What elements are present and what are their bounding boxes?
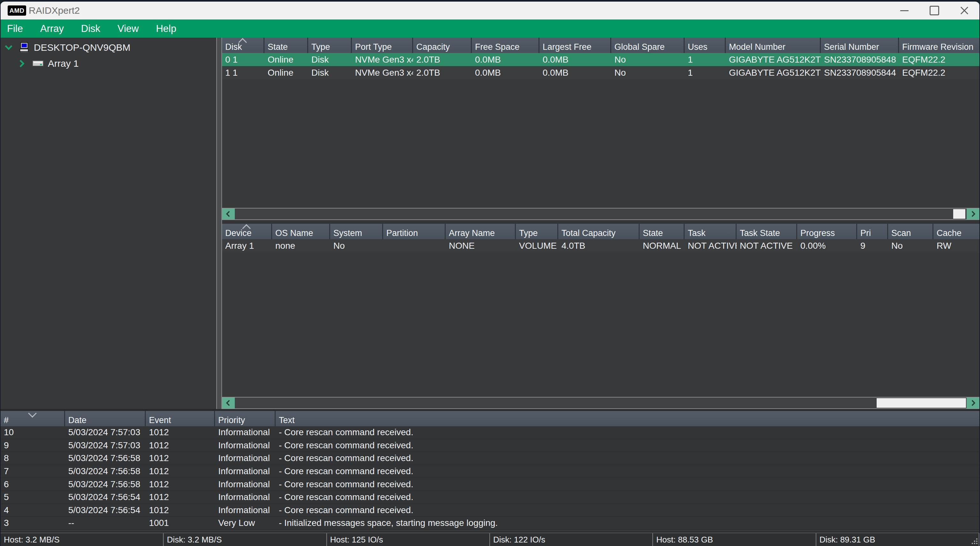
event-cell-event: 1001 — [146, 517, 215, 529]
disk-column-header-uses[interactable]: Uses — [685, 38, 726, 53]
event-cell-date: 5/03/2024 7:56:58 — [65, 478, 146, 490]
disk-column-header-state[interactable]: State — [264, 38, 308, 53]
menu-item-file[interactable]: File — [1, 19, 32, 38]
array-column-header-device[interactable]: Device — [222, 224, 272, 239]
tree-item-host[interactable]: DESKTOP-QNV9QBM — [1, 40, 216, 56]
event-column-header-num[interactable]: # — [1, 411, 65, 426]
column-label: Priority — [218, 415, 245, 425]
panel-splitter[interactable] — [216, 38, 222, 409]
event-table-row[interactable]: 85/03/2024 7:56:581012Informational- Cor… — [1, 452, 979, 465]
disk-column-header-firmware-revision[interactable]: Firmware Revision — [899, 38, 979, 53]
event-table-row[interactable]: 95/03/2024 7:57:031012Informational- Cor… — [1, 439, 979, 452]
disk-column-header-global-spare[interactable]: Global Spare — [611, 38, 685, 53]
column-label: Pri — [861, 228, 871, 238]
scroll-right-button[interactable] — [967, 398, 979, 409]
event-column-header-priority[interactable]: Priority — [215, 411, 275, 426]
disk-table-hscrollbar[interactable] — [222, 208, 979, 220]
chevron-right-icon — [969, 210, 977, 218]
chevron-right-icon — [969, 399, 977, 407]
event-cell-text: - Core rescan command received. — [275, 478, 979, 490]
minimize-button[interactable] — [889, 2, 920, 19]
event-cell-num: 9 — [1, 439, 65, 452]
disk-column-header-type[interactable]: Type — [308, 38, 352, 53]
array-column-header-os-name[interactable]: OS Name — [272, 224, 330, 239]
array-column-header-array-name[interactable]: Array Name — [445, 224, 516, 239]
scroll-right-button[interactable] — [967, 209, 979, 219]
column-label: Port Type — [355, 42, 392, 52]
event-cell-num: 4 — [1, 504, 65, 517]
array-column-header-pri[interactable]: Pri — [857, 224, 888, 239]
event-table-row[interactable]: 105/03/2024 7:57:031012Informational- Co… — [1, 426, 979, 439]
column-label: Scan — [891, 228, 911, 238]
array-column-header-state[interactable]: State — [640, 224, 685, 239]
event-column-header-event[interactable]: Event — [146, 411, 215, 426]
event-cell-num: 8 — [1, 452, 65, 465]
event-cell-text: - Core rescan command received. — [275, 426, 979, 439]
column-label: Free Space — [475, 42, 520, 52]
menu-item-array[interactable]: Array — [32, 19, 72, 38]
array-table-hscrollbar[interactable] — [222, 397, 979, 409]
array-table: DeviceOS NameSystemPartitionArray NameTy… — [222, 224, 979, 397]
scrollbar-thumb[interactable] — [953, 209, 965, 219]
array-column-header-partition[interactable]: Partition — [383, 224, 445, 239]
disk-column-header-model-number[interactable]: Model Number — [726, 38, 821, 53]
scroll-left-button[interactable] — [222, 209, 235, 219]
close-button[interactable] — [950, 2, 979, 19]
disk-table-row[interactable]: 1 1OnlineDiskNVMe Gen3 x42.0TB0.0MB0.0MB… — [222, 66, 979, 79]
array-column-header-scan[interactable]: Scan — [888, 224, 934, 239]
disk-cell-capacity: 2.0TB — [413, 66, 472, 79]
array-column-header-cache[interactable]: Cache — [934, 224, 979, 239]
disk-column-header-largest-free[interactable]: Largest Free — [539, 38, 611, 53]
array-column-header-progress[interactable]: Progress — [797, 224, 857, 239]
tree-item-array-label: Array 1 — [48, 58, 79, 69]
resize-grip-icon[interactable] — [972, 538, 978, 545]
array-column-header-type[interactable]: Type — [516, 224, 558, 239]
column-label: System — [333, 228, 362, 238]
menu-item-disk[interactable]: Disk — [72, 19, 109, 38]
scroll-left-button[interactable] — [222, 398, 235, 409]
disk-cell-firmware-revision: EQFM22.2 — [899, 66, 979, 79]
disk-column-header-capacity[interactable]: Capacity — [413, 38, 472, 53]
maximize-button[interactable] — [920, 2, 950, 19]
chevron-down-icon[interactable] — [3, 42, 14, 53]
array-column-header-task[interactable]: Task — [685, 224, 737, 239]
main-area: DESKTOP-QNV9QBM Array 1 DiskStateTypePor… — [1, 38, 979, 409]
event-cell-event: 1012 — [146, 452, 215, 465]
menu-item-view[interactable]: View — [109, 19, 147, 38]
menu-item-help[interactable]: Help — [147, 19, 185, 38]
array-column-header-total-capacity[interactable]: Total Capacity — [558, 224, 640, 239]
event-table-row[interactable]: 65/03/2024 7:56:581012Informational- Cor… — [1, 478, 979, 491]
event-cell-priority: Informational — [215, 439, 275, 452]
array-cell-state: NORMAL — [640, 239, 685, 252]
event-table-row[interactable]: 55/03/2024 7:56:541012Informational- Cor… — [1, 491, 979, 504]
event-table-row[interactable]: 75/03/2024 7:56:581012Informational- Cor… — [1, 465, 979, 478]
array-column-header-system[interactable]: System — [330, 224, 383, 239]
disk-table-row[interactable]: 0 1OnlineDiskNVMe Gen3 x42.0TB0.0MB0.0MB… — [222, 53, 979, 66]
event-column-header-text[interactable]: Text — [275, 411, 979, 426]
disk-column-header-disk[interactable]: Disk — [222, 38, 264, 53]
disk-column-header-serial-number[interactable]: Serial Number — [821, 38, 899, 53]
column-label: Uses — [688, 42, 708, 52]
event-cell-num: 6 — [1, 478, 65, 490]
disk-column-header-port-type[interactable]: Port Type — [352, 38, 413, 53]
disk-cell-port-type: NVMe Gen3 x4 — [352, 53, 413, 66]
tree-item-array[interactable]: Array 1 — [1, 56, 216, 72]
event-table-row[interactable]: 3--1001Very Low- Initialized messages sp… — [1, 517, 979, 530]
array-cell-device: Array 1 — [222, 239, 272, 252]
event-cell-date: 5/03/2024 7:56:54 — [65, 491, 146, 503]
chevron-right-icon[interactable] — [17, 58, 27, 69]
array-table-row[interactable]: Array 1noneNoNONEVOLUME4.0TBNORMALNOT AC… — [222, 239, 979, 252]
event-table-row[interactable]: 45/03/2024 7:56:541012Informational- Cor… — [1, 504, 979, 517]
event-cell-date: 5/03/2024 7:56:54 — [65, 504, 146, 517]
title-bar: AMD RAIDXpert2 — [1, 2, 979, 19]
scrollbar-thumb[interactable] — [877, 398, 966, 408]
column-label: # — [4, 415, 9, 425]
event-cell-num: 5 — [1, 491, 65, 503]
array-cell-task: NOT ACTIVE — [685, 239, 737, 252]
event-table-header: #DateEventPriorityText — [1, 411, 979, 426]
array-cell-scan: No — [888, 239, 934, 252]
array-column-header-task-state[interactable]: Task State — [737, 224, 797, 239]
event-column-header-date[interactable]: Date — [65, 411, 146, 426]
disk-column-header-free-space[interactable]: Free Space — [472, 38, 539, 53]
disk-cell-firmware-revision: EQFM22.2 — [899, 53, 979, 66]
